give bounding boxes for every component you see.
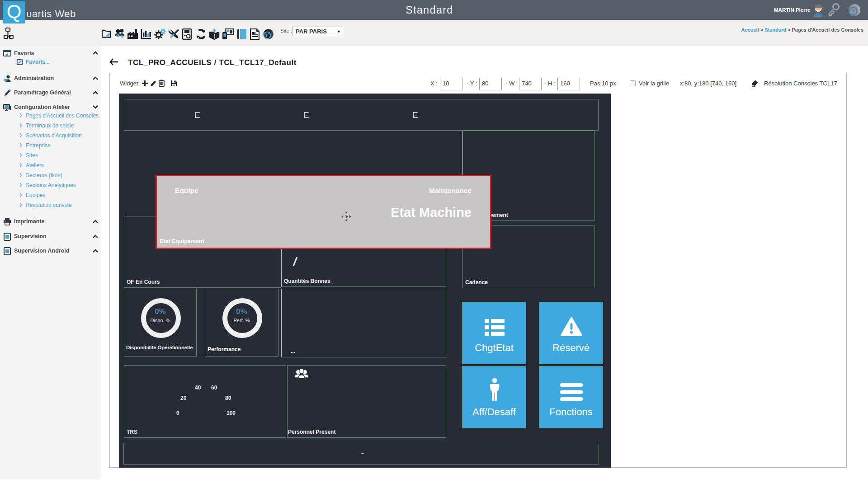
svg-text:?: ? — [851, 8, 855, 15]
